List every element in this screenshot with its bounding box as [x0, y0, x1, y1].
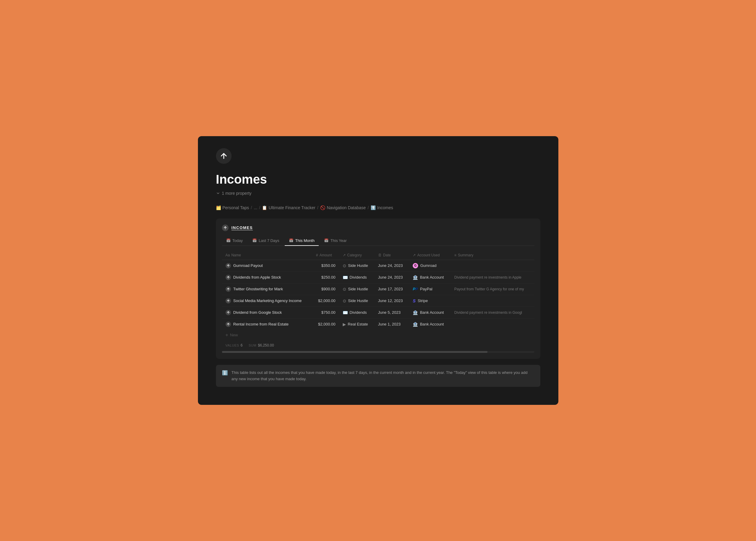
col-header-account[interactable]: ↗ Account Used: [409, 251, 450, 260]
date-cell: June 24, 2023: [375, 271, 409, 283]
category-icon: ⊙: [343, 298, 346, 303]
personal-taps-icon: 🗂️: [216, 205, 221, 210]
breadcrumb-label-navigation-db: Navigation Database: [327, 205, 366, 210]
tab-month-icon: 📅: [289, 238, 294, 243]
row-summary: Payout from Twitter G Agency for one of …: [454, 287, 524, 291]
tab-this-month-label: This Month: [295, 238, 315, 243]
category-cell: ⊙ Side Hustle: [339, 295, 375, 306]
col-header-date[interactable]: 🗓 Date: [375, 251, 409, 260]
amount-cell: $2,000.00: [312, 295, 339, 306]
tab-this-year[interactable]: 📅 This Year: [320, 236, 351, 246]
tabs-row: 📅 Today 📅 Last 7 Days 📅 This Month 📅 Thi…: [222, 236, 534, 246]
category-icon: ⊙: [343, 263, 346, 268]
col-date-label: Date: [383, 253, 391, 257]
more-property-label: 1 more property: [222, 191, 252, 196]
navigation-db-icon: 🚫: [320, 205, 325, 210]
row-account: Stripe: [417, 298, 428, 303]
info-text: This table lists out all the incomes tha…: [232, 370, 534, 382]
col-header-category[interactable]: ↗ Category: [339, 251, 375, 260]
breadcrumb-sep-3: /: [317, 205, 318, 210]
row-amount: $2,000.00: [318, 322, 336, 326]
table-row[interactable]: Social Media Marketing Agency Income $2,…: [222, 295, 534, 306]
name-cell: Twitter Ghostwriting for Mark: [222, 283, 312, 295]
category-icon: ⊙: [343, 287, 346, 291]
table-container: INCOMES 📅 Today 📅 Last 7 Days 📅 This Mon…: [216, 219, 540, 359]
account-cell: G Gumroad: [409, 260, 450, 271]
table-row[interactable]: Dividends from Apple Stock $250.00 ✉️ Di…: [222, 271, 534, 283]
breadcrumb-item-navigation-db[interactable]: 🚫 Navigation Database: [320, 205, 366, 210]
values-count: 6: [241, 343, 243, 347]
stripe-icon: S: [413, 298, 415, 303]
breadcrumb-item-personal-taps[interactable]: 🗂️ Personal Taps: [216, 205, 249, 210]
col-category-icon: ↗: [343, 253, 346, 257]
row-date: June 17, 2023: [378, 287, 403, 291]
account-cell: 🏦 Bank Account: [409, 318, 450, 330]
new-row-button[interactable]: + New: [222, 330, 534, 340]
row-category: Dividends: [350, 275, 367, 279]
bank-icon: 🏦: [413, 310, 418, 315]
category-icon: ✉️: [343, 310, 348, 315]
summary-cell: [451, 295, 534, 306]
account-cell: S Stripe: [409, 295, 450, 306]
tab-year-icon: 📅: [324, 238, 329, 243]
table-footer: VALUES 6 SUM $6,250.00: [222, 340, 534, 347]
breadcrumb-item-incomes[interactable]: ⬆️ Incomes: [371, 205, 393, 210]
table-header-row: INCOMES: [222, 225, 534, 231]
values-label: VALUES: [226, 343, 239, 347]
row-date: June 12, 2023: [378, 298, 403, 303]
tab-today[interactable]: 📅 Today: [222, 236, 247, 246]
col-header-name[interactable]: Aa Name: [222, 251, 312, 260]
tab-today-label: Today: [232, 238, 243, 243]
breadcrumb-label-finance-tracker: Ultimate Finance Tracker: [269, 205, 315, 210]
scrollbar-area[interactable]: [222, 351, 534, 353]
account-cell: 🏦 Bank Account: [409, 306, 450, 318]
row-icon: [226, 298, 231, 303]
breadcrumb-item-ellipsis[interactable]: ...: [254, 205, 257, 210]
row-icon: [226, 321, 231, 327]
name-cell: Rental Income from Real Estate: [222, 318, 312, 330]
row-category: Real Estate: [348, 322, 368, 326]
row-name: Rental Income from Real Estate: [233, 322, 289, 326]
category-cell: ⊙ Side Hustle: [339, 283, 375, 295]
more-property-toggle[interactable]: 1 more property: [216, 191, 540, 196]
row-account: PayPal: [420, 287, 432, 291]
breadcrumb-label-incomes: Incomes: [377, 205, 393, 210]
main-container: Incomes 1 more property 🗂️ Personal Taps…: [198, 136, 558, 405]
bank-icon: 🏦: [413, 322, 418, 327]
table-row[interactable]: Rental Income from Real Estate $2,000.00…: [222, 318, 534, 330]
col-amount-label: Amount: [320, 253, 332, 257]
col-header-summary[interactable]: ≡ Summary: [451, 251, 534, 260]
row-amount: $250.00: [321, 275, 336, 279]
category-icon: ▶: [343, 322, 346, 327]
table-row[interactable]: Twitter Ghostwriting for Mark $900.00 ⊙ …: [222, 283, 534, 295]
tab-last7-icon: 📅: [252, 238, 257, 243]
breadcrumb-ellipsis: ...: [254, 205, 257, 210]
date-cell: June 12, 2023: [375, 295, 409, 306]
tab-this-month[interactable]: 📅 This Month: [285, 236, 319, 246]
table-row[interactable]: Dividend from Google Stock $750.00 ✉️ Di…: [222, 306, 534, 318]
amount-cell: $350.00: [312, 260, 339, 271]
row-name: Social Media Marketing Agency Income: [233, 298, 302, 303]
row-name: Gumroad Payout: [233, 263, 263, 268]
row-date: June 24, 2023: [378, 275, 403, 279]
name-cell: Social Media Marketing Agency Income: [222, 295, 312, 306]
tab-last-7-days[interactable]: 📅 Last 7 Days: [248, 236, 284, 246]
col-name-label: Name: [231, 253, 241, 257]
tab-today-icon: 📅: [226, 238, 231, 243]
row-name: Twitter Ghostwriting for Mark: [233, 287, 283, 291]
scrollbar-thumb[interactable]: [222, 351, 487, 353]
footer-values: VALUES 6: [226, 343, 243, 347]
row-icon: [226, 286, 231, 292]
name-cell: Dividend from Google Stock: [222, 306, 312, 318]
row-icon: [226, 310, 231, 315]
breadcrumb: 🗂️ Personal Taps / ... / 📋 Ultimate Fina…: [216, 205, 540, 210]
row-amount: $750.00: [321, 310, 336, 315]
table-row[interactable]: Gumroad Payout $350.00 ⊙ Side Hustle Jun…: [222, 260, 534, 271]
breadcrumb-item-finance-tracker[interactable]: 📋 Ultimate Finance Tracker: [262, 205, 315, 210]
row-date: June 1, 2023: [378, 322, 401, 326]
col-header-amount[interactable]: # Amount: [312, 251, 339, 260]
category-cell: ▶ Real Estate: [339, 318, 375, 330]
category-icon: ✉️: [343, 275, 348, 280]
bank-icon: 🏦: [413, 275, 418, 280]
new-row-plus-icon: +: [226, 332, 228, 338]
